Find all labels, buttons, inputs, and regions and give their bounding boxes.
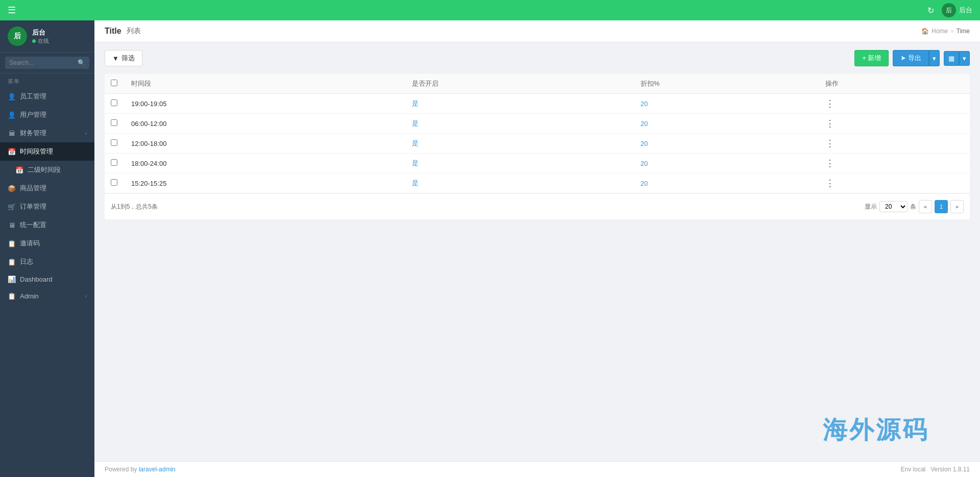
cell-time-range-0: 19:00-19:05 [125,94,406,114]
row-checkbox-4[interactable] [111,179,117,186]
staff-icon: 👤 [8,93,16,101]
export-button[interactable]: ➤ 导出 [893,50,929,66]
sidebar-item-label: 统一配置 [20,220,87,230]
laravel-admin-link[interactable]: laravel-admin [139,466,176,473]
add-button[interactable]: + 新增 [854,50,889,66]
sidebar-item-log[interactable]: 📋 日志 [0,253,94,271]
cell-discount-2[interactable]: 20 [634,134,820,154]
hamburger-icon[interactable]: ☰ [8,5,16,16]
table-row: 15:20-15:25 是 20 ⋮ [105,173,970,193]
sidebar-item-users[interactable]: 👤 用户管理 [0,106,94,124]
sidebar-item-finance[interactable]: 🏛 财务管理 ‹ [0,124,94,142]
cell-enabled-1[interactable]: 是 [406,114,634,134]
select-all-checkbox[interactable] [111,80,117,86]
search-input-wrapper: 🔍 [5,57,89,69]
chevron-right-icon: ‹ [85,131,87,136]
sidebar-item-label: 用户管理 [20,110,87,119]
breadcrumb-current: Time [957,28,970,35]
time-icon: 📅 [8,148,16,156]
sidebar-item-label: 日志 [20,257,87,266]
finance-icon: 🏛 [8,130,16,137]
cell-discount-0[interactable]: 20 [634,94,820,114]
row-checkbox-2[interactable] [111,139,117,146]
filter-label: 筛选 [121,54,135,63]
footer: Powered by laravel-admin Env local Versi… [94,461,980,477]
chevron-right-icon-admin: ‹ [85,293,87,299]
breadcrumb-bar: Title 列表 🏠 Home » Time [94,20,980,42]
toolbar-right: + 新增 ➤ 导出 ▾ ▦ ▾ [854,50,970,66]
export-button-group: ➤ 导出 ▾ [893,50,940,66]
sidebar-item-config[interactable]: 🖥 统一配置 [0,216,94,234]
admin-icon: 📋 [8,292,16,300]
sidebar-item-sub-time[interactable]: 📅 二级时间段 [0,161,94,179]
page-title: Title [105,27,121,36]
columns-button[interactable]: ▦ [944,51,959,66]
cell-enabled-2[interactable]: 是 [406,134,634,154]
status-dot [32,39,36,43]
per-page-unit: 条 [910,203,916,211]
sidebar-item-goods[interactable]: 📦 商品管理 [0,179,94,197]
action-menu-1[interactable]: ⋮ [825,118,835,129]
menu-label: 菜单 [0,73,94,87]
user-area[interactable]: 后 后台 [942,3,972,17]
page-subtitle: 列表 [127,27,141,36]
sidebar-item-dashboard[interactable]: 📊 Dashboard [0,271,94,288]
filter-button[interactable]: ▼ 筛选 [105,50,142,66]
table-footer: 从1到5，总共5条 显示 20 10 50 100 条 « 1 » [105,193,970,219]
orders-icon: 🛒 [8,203,16,211]
main-content: Title 列表 🏠 Home » Time ▼ 筛选 + 新增 [94,20,980,477]
search-icon: 🔍 [78,59,85,66]
show-label: 显示 [865,203,877,211]
cell-action-0[interactable]: ⋮ [819,94,970,114]
row-checkbox-1[interactable] [111,119,117,126]
prev-page-button[interactable]: « [919,200,932,213]
cell-action-2[interactable]: ⋮ [819,134,970,154]
page-title-area: Title 列表 [105,27,141,36]
goods-icon: 📦 [8,185,16,192]
sub-time-icon: 📅 [15,166,23,174]
refresh-icon[interactable]: ↻ [927,6,934,15]
invite-icon: 📋 [8,240,16,247]
sidebar-item-label: 员工管理 [20,92,87,101]
sidebar-item-invite[interactable]: 📋 邀请码 [0,234,94,253]
cell-enabled-4[interactable]: 是 [406,173,634,193]
cell-enabled-0[interactable]: 是 [406,94,634,114]
row-checkbox-0[interactable] [111,99,117,106]
cell-discount-1[interactable]: 20 [634,114,820,134]
sidebar-item-staff[interactable]: 👤 员工管理 [0,87,94,106]
row-checkbox-3[interactable] [111,159,117,166]
sidebar-item-label: 二级时间段 [28,165,87,174]
pagination: 显示 20 10 50 100 条 « 1 » [865,200,964,213]
cell-action-3[interactable]: ⋮ [819,154,970,173]
breadcrumb-home[interactable]: Home [932,28,948,35]
action-menu-2[interactable]: ⋮ [825,138,835,148]
sidebar-item-time[interactable]: 📅 时间段管理 [0,142,94,161]
sidebar-item-orders[interactable]: 🛒 订单管理 [0,197,94,216]
current-page-button[interactable]: 1 [935,200,948,213]
columns-dropdown-button[interactable]: ▾ [959,51,970,66]
export-dropdown-button[interactable]: ▾ [929,50,940,66]
cell-enabled-3[interactable]: 是 [406,154,634,173]
select-all-cell [105,74,125,94]
sidebar-item-label: 财务管理 [20,129,81,138]
columns-button-group: ▦ ▾ [944,51,970,66]
table-header-row: 时间段 是否开启 折扣% 操作 [105,74,970,94]
sidebar-header: 后 后台 在线 [0,20,94,53]
action-menu-0[interactable]: ⋮ [825,98,835,109]
cell-discount-3[interactable]: 20 [634,154,820,173]
search-input[interactable] [5,57,89,69]
cell-action-4[interactable]: ⋮ [819,173,970,193]
pagination-summary: 从1到5，总共5条 [111,203,158,211]
avatar: 后 [942,3,956,17]
action-menu-3[interactable]: ⋮ [825,158,835,168]
per-page-select[interactable]: 20 10 50 100 [879,201,908,212]
sidebar-user-info: 后台 在线 [32,28,49,45]
next-page-button[interactable]: » [950,200,964,213]
top-nav-right: ↻ 后 后台 [927,3,972,17]
layout: 后 后台 在线 🔍 菜单 👤 员工管理 👤 用户管理 � [0,20,980,477]
sidebar-item-admin[interactable]: 📋 Admin ‹ [0,288,94,305]
action-menu-4[interactable]: ⋮ [825,178,835,188]
cell-action-1[interactable]: ⋮ [819,114,970,134]
cell-discount-4[interactable]: 20 [634,173,820,193]
table-row: 19:00-19:05 是 20 ⋮ [105,94,970,114]
